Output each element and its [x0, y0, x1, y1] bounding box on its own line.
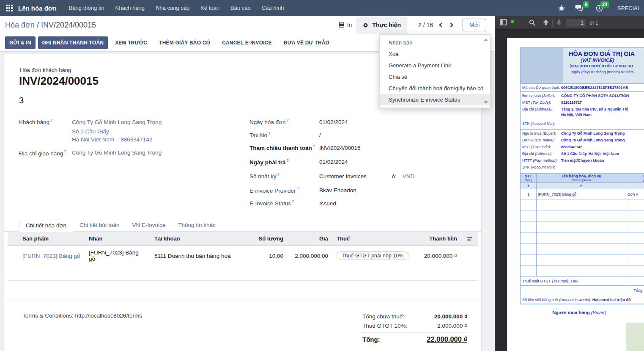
pdf-page: HÓA ĐƠN GIÁ TRỊ GIA (VAT INVOICE) (HÓA Đ… — [507, 38, 644, 351]
help-marker: ? — [287, 158, 289, 163]
help-marker: ? — [313, 144, 315, 148]
line-quantity: 10,00 — [241, 246, 288, 266]
tax-total-label: Thuế GTGT 10%: — [362, 323, 407, 329]
payment-reference-value[interactable]: INV/2024/00015 — [319, 145, 478, 151]
invoice-logo-box — [521, 48, 563, 83]
tax-total-amount: 2.000.000 ₫ — [437, 323, 467, 329]
line-tax-tag[interactable]: Thuế GTGT phải nộp 10% — [337, 252, 408, 260]
line-label: [FURN_7023] Bảng gỗ — [85, 246, 150, 266]
tab-vn-einvoice[interactable]: VN E-Invoice — [126, 219, 172, 231]
journal-label: Sổ nhật ký? — [249, 172, 319, 180]
pdf-next-page-icon[interactable] — [555, 19, 563, 26]
menu-customers[interactable]: Khách hàng — [110, 0, 150, 16]
help-marker: ? — [292, 199, 294, 204]
action-menu-button[interactable]: Thực hiện — [356, 16, 407, 34]
col-header-account[interactable]: Tài khoản — [150, 232, 241, 246]
menu-vendors[interactable]: Nhà cung cấp — [150, 0, 195, 16]
pager-previous-icon[interactable] — [439, 22, 444, 27]
invoice-date-value[interactable]: 01/02/2024 — [319, 119, 478, 125]
menu-accounting[interactable]: Kế toán — [195, 0, 225, 16]
new-record-button[interactable]: Mới — [463, 19, 486, 31]
preview-button[interactable]: XEM TRƯỚC — [110, 36, 152, 49]
journal-value[interactable]: Customer Invoices — [319, 173, 367, 180]
invoice-date-label: Ngày hóa đơn? — [249, 118, 319, 125]
due-date-label: Ngày phải trả? — [249, 158, 319, 166]
user-menu[interactable]: SPECIAL — [617, 5, 641, 11]
empty-line-row — [8, 281, 478, 295]
invoice-subtitle: (VAT INVOICE) — [581, 58, 644, 63]
optional-columns-icon[interactable] — [461, 232, 478, 246]
terms-and-conditions: Terms & Conditions: http://localhost:802… — [22, 312, 142, 319]
invoice-line-row: [FURN_7023] Bảng gỗ [FURN_7023] Bảng gỗ … — [8, 246, 478, 266]
apps-grid-icon[interactable] — [6, 5, 13, 12]
menu-item-sync-einvoice[interactable]: Synchronize E-invoice Status — [380, 94, 490, 105]
tax-no-label: Tax No? — [249, 131, 319, 138]
due-date-value[interactable]: 01/02/2024 — [319, 159, 478, 165]
empty-line-row — [8, 266, 478, 281]
help-marker: ? — [268, 131, 270, 135]
debug-bug-icon[interactable] — [558, 5, 565, 11]
activities-clock-icon[interactable]: 24 — [596, 5, 603, 12]
pdf-page-number-input[interactable] — [566, 19, 586, 27]
invoice-converted-note: (HÓA ĐƠN CHUYỂN ĐỔI TỪ HÓA ĐƠ — [570, 64, 644, 68]
col-header-label[interactable]: Nhãn — [85, 232, 150, 246]
tab-journal-items[interactable]: Chi tiết bút toán — [73, 219, 126, 231]
pager-next-icon[interactable] — [448, 22, 453, 27]
customer-field-label: Khách hàng? — [19, 118, 72, 144]
reset-to-draft-button[interactable]: ĐƯA VỀ DỰ THẢO — [279, 36, 334, 49]
menu-dashboard[interactable]: Bảng thông tin — [63, 0, 110, 16]
einvoice-status-value[interactable]: Issued — [319, 200, 478, 207]
add-credit-note-button[interactable]: THÊM GIẤY BÁO CÓ — [154, 36, 215, 49]
currency-link[interactable]: VND — [403, 173, 415, 180]
scroll-up-icon[interactable] — [484, 39, 488, 41]
col-header-quantity[interactable]: Số lượng — [241, 232, 288, 246]
left-field-column: Khách hàng? Công Ty Gỗ Minh Long Sang Tr… — [19, 118, 235, 157]
customer-street: Sô 1 Cầu Giấy — [72, 127, 235, 135]
tab-other-info[interactable]: Thông tin khác — [172, 219, 222, 231]
tax-authority-row: Mã của Cơ quan thuế: 006CB180DBEB2147818… — [520, 84, 644, 92]
help-marker: ? — [297, 187, 299, 191]
pdf-viewport[interactable]: HÓA ĐƠN GIÁ TRỊ GIA (VAT INVOICE) (HÓA Đ… — [495, 30, 644, 351]
menu-reports[interactable]: Báo cáo — [225, 0, 256, 16]
line-product-link[interactable]: [FURN_7023] Bảng gỗ — [22, 253, 80, 259]
delivery-address-link[interactable]: Công Ty Gỗ Minh Long Sang Trọng — [72, 149, 235, 157]
invoice-number-title: INV/2024/00015 — [19, 75, 99, 88]
printer-icon — [338, 22, 345, 28]
col-header-subtotal[interactable]: Thành tiền — [411, 232, 461, 246]
col-header-product[interactable]: Sản phẩm — [8, 232, 85, 246]
menu-item-delete[interactable]: Xoá — [380, 48, 490, 60]
col-header-price[interactable]: Giá — [288, 232, 332, 246]
cancel-einvoice-button[interactable]: CANCEL E-INVOICE — [217, 36, 277, 49]
payment-reference-label: Tham chiếu thanh toán? — [249, 144, 319, 151]
register-payment-button[interactable]: GHI NHẬN THANH TOÁN — [38, 36, 108, 49]
menu-item-payment-link[interactable]: Generate a Payment Link — [380, 60, 490, 71]
tax-no-value[interactable]: / — [319, 132, 478, 138]
grand-total-amount: 22.000.000 ₫ — [427, 335, 467, 343]
send-print-button[interactable]: GỬI & IN — [5, 36, 36, 49]
control-bar: Hóa đơn / INV/2024/00015 In Thực hiện 2 … — [0, 16, 495, 34]
pdf-search-icon[interactable] — [529, 19, 536, 26]
tab-invoice-lines[interactable]: Chi tiết hóa đơn — [19, 219, 73, 232]
customer-link[interactable]: Công Ty Gỗ Minh Long Sang Trọng — [72, 119, 162, 125]
breadcrumb: Hóa đơn / INV/2024/00015 — [5, 21, 96, 30]
print-button[interactable]: In — [338, 22, 352, 28]
menu-item-switch-invoice[interactable]: Chuyển đổi thành hoá đơn/giấy báo có — [380, 83, 490, 94]
menu-settings[interactable]: Cấu hình — [256, 0, 290, 16]
messages-icon[interactable]: 8 — [575, 5, 583, 11]
col-header-tax[interactable]: Thuế — [332, 232, 411, 246]
app-name[interactable]: Lên hóa đơn — [18, 5, 57, 12]
pdf-previous-page-icon[interactable] — [542, 19, 550, 26]
amount-in-words-row: Số tiền viết bằng chữ (Amount in words):… — [520, 295, 644, 304]
untaxed-amount: 20.000.000 ₫ — [434, 313, 467, 320]
scroll-down-icon[interactable] — [484, 101, 488, 104]
right-field-column: Ngày hóa đơn? 01/02/2024 Tax No? / Tham … — [249, 118, 478, 213]
einvoice-provider-value[interactable]: Bkav Ehoadon — [319, 187, 478, 193]
footer-separator — [4, 301, 481, 301]
menu-item-duplicate[interactable]: Nhân bản — [380, 37, 490, 48]
line-subtotal: 20.000.000 ₫ — [411, 246, 461, 266]
breadcrumb-parent-link[interactable]: Hóa đơn — [5, 21, 35, 29]
einvoice-provider-label: E-invoice Provider? — [249, 187, 319, 194]
help-marker: ? — [277, 172, 280, 177]
sidebar-toggle-icon[interactable] — [500, 19, 507, 26]
menu-item-share[interactable]: Chia sẻ — [380, 71, 490, 83]
